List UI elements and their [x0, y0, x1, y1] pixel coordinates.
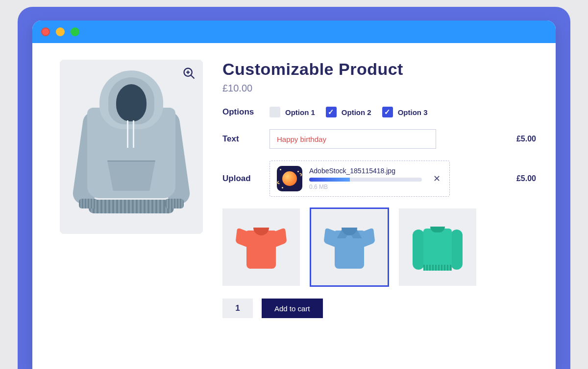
option-1-label: Option 1 — [285, 108, 315, 116]
option-3-label: Option 3 — [398, 108, 428, 116]
options-row: Options Option 1 ✓ Option 2 ✓ Option 3 — [222, 107, 536, 117]
window-titlebar — [32, 21, 556, 43]
upload-thumbnail — [277, 166, 302, 191]
variant-polo-blue[interactable] — [311, 208, 388, 286]
variant-tshirt-red[interactable] — [222, 208, 300, 286]
polo-blue-icon — [326, 224, 373, 271]
variant-sweater-teal[interactable] — [399, 208, 476, 286]
upload-file-info: AdobeStock_185115418.jpg 0.6 MB — [309, 167, 424, 190]
add-to-cart-button[interactable]: Add to cart — [262, 299, 323, 318]
zoom-icon[interactable] — [182, 67, 196, 80]
option-2-label: Option 2 — [342, 108, 371, 116]
quantity-input[interactable]: 1 — [222, 299, 253, 318]
text-option-row: Text £5.00 — [222, 129, 536, 149]
upload-progress-bar — [309, 178, 422, 182]
product-title: Customizable Product — [222, 60, 536, 79]
tshirt-red-icon — [238, 224, 285, 271]
product-page: Customizable Product £10.00 Options Opti… — [32, 43, 556, 330]
product-hero-image — [60, 60, 203, 234]
upload-label: Upload — [222, 174, 270, 184]
checkbox-empty-icon — [270, 107, 280, 117]
window-maximize-dot[interactable] — [71, 27, 79, 36]
window-minimize-dot[interactable] — [56, 27, 65, 36]
upload-option-price: £5.00 — [516, 174, 536, 183]
options-label: Options — [222, 107, 270, 117]
upload-remove-button[interactable]: ✕ — [431, 171, 442, 186]
upload-filename: AdobeStock_185115418.jpg — [309, 167, 424, 175]
device-frame: Customizable Product £10.00 Options Opti… — [18, 7, 570, 369]
upload-row: Upload AdobeStock_185115418.jpg — [222, 161, 536, 197]
upload-dropzone[interactable]: AdobeStock_185115418.jpg 0.6 MB ✕ — [270, 161, 450, 197]
product-price: £10.00 — [222, 83, 536, 94]
text-option-label: Text — [222, 134, 270, 144]
text-option-price: £5.00 — [516, 135, 536, 143]
option-2-checkbox[interactable]: ✓ Option 2 — [326, 107, 371, 117]
upload-filesize: 0.6 MB — [309, 184, 424, 190]
checkbox-checked-icon: ✓ — [326, 107, 337, 117]
app-window: Customizable Product £10.00 Options Opti… — [32, 21, 556, 369]
custom-text-input[interactable] — [270, 129, 436, 149]
sweater-teal-icon — [413, 223, 463, 272]
variant-picker — [222, 208, 536, 286]
upload-progress-fill — [309, 178, 350, 182]
window-close-dot[interactable] — [41, 27, 50, 36]
option-1-checkbox[interactable]: Option 1 — [270, 107, 315, 117]
option-3-checkbox[interactable]: ✓ Option 3 — [382, 107, 428, 117]
product-details: Customizable Product £10.00 Options Opti… — [222, 60, 536, 318]
cart-actions: 1 Add to cart — [222, 299, 536, 318]
svg-line-1 — [191, 75, 195, 79]
hoodie-illustration — [80, 73, 183, 220]
checkbox-checked-icon: ✓ — [382, 107, 393, 117]
